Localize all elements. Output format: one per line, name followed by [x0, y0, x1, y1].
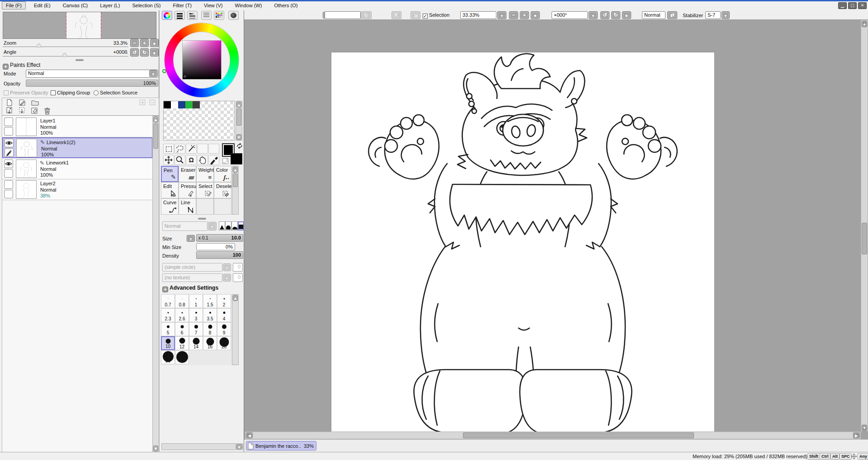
layer-lock-checkbox[interactable] [4, 190, 13, 198]
size-7[interactable]: 7 [189, 322, 203, 336]
layer-opacity-slider[interactable]: 100% [26, 80, 158, 87]
size-0.8[interactable]: 0.8 [175, 294, 189, 308]
swatch-green[interactable] [185, 101, 193, 108]
tip-soft-button[interactable] [219, 221, 225, 230]
size-5[interactable]: 5 [161, 322, 175, 336]
rotate-ccw-button[interactable]: ↺ [600, 11, 609, 19]
empty-tool-slot-2[interactable] [208, 144, 219, 154]
layer-row-layer1[interactable]: Layer1 Normal 100% [2, 117, 153, 137]
density-slider[interactable]: 100 [196, 251, 243, 259]
scrollbar-thumb[interactable] [153, 123, 158, 149]
tip-round-button[interactable] [225, 221, 231, 230]
layer-row-layer2[interactable]: Layer2 Normal 38% [2, 179, 153, 200]
redo-button[interactable]: ↻ [361, 11, 372, 19]
layer-list-scrollbar[interactable]: ▲ ▼ [152, 116, 159, 452]
brush-blend-combobox[interactable]: Normal [162, 221, 208, 231]
swatch-black[interactable] [164, 101, 171, 108]
size-16[interactable]: 16 [203, 336, 217, 350]
navigator-zoom-slider[interactable] [3, 47, 128, 47]
panel-resize-handle[interactable] [75, 59, 84, 61]
layer-mode-dropdown[interactable]: ▼ [149, 70, 157, 77]
size-0.7[interactable]: 0.7 [161, 294, 175, 308]
lasso-tool[interactable] [175, 144, 185, 154]
flip-horizontal-button[interactable]: ⇄ [667, 11, 677, 19]
size-6[interactable]: 6 [175, 322, 189, 336]
size-2[interactable]: 2 [217, 294, 231, 308]
new-layer-button[interactable] [6, 99, 13, 106]
menu-view[interactable]: View (V) [200, 1, 226, 9]
size-2.3[interactable]: 2.3 [161, 308, 175, 322]
brush-shape-combobox[interactable]: (simple circle) [162, 263, 222, 272]
zoom-out-button[interactable]: − [509, 11, 518, 19]
tip-flat-button[interactable] [231, 221, 238, 230]
size-20[interactable]: 20 [217, 336, 231, 350]
layer-paint-target-checkbox[interactable] [5, 148, 14, 157]
scrollbar-thumb[interactable] [236, 108, 241, 126]
scrollbar-thumb[interactable] [862, 223, 867, 254]
size-1[interactable]: 1 [189, 294, 203, 308]
close-button[interactable]: ✕ [858, 2, 867, 9]
tab-pen[interactable]: Pen✎ [161, 166, 179, 182]
scroll-left-button[interactable]: ◀ [246, 432, 253, 438]
menu-others[interactable]: Others (O) [270, 1, 302, 9]
angle-dropdown[interactable]: ▼ [589, 11, 598, 19]
document-tab-active[interactable]: Benjamin the racco… 33% [246, 441, 316, 451]
magic-wand-tool[interactable] [186, 144, 197, 154]
selection-checkbox[interactable]: ✓ Selection [423, 12, 449, 19]
scrollbar-thumb[interactable] [463, 432, 694, 438]
rotate-cw-button[interactable]: ↻ [611, 11, 620, 19]
stabilizer-dropdown[interactable]: ▼ [722, 11, 730, 19]
navigator-preview[interactable] [3, 12, 156, 39]
canvas-zoom-dropdown[interactable]: ▼ [497, 11, 506, 19]
scroll-up-button[interactable]: ▲ [236, 102, 241, 108]
angle-reset-button[interactable]: ■ [622, 11, 631, 19]
swatch-darkgray[interactable] [193, 101, 200, 108]
hand-tool[interactable] [197, 155, 208, 165]
layer-extra-button-2[interactable] [149, 99, 156, 106]
brush-shape-dropdown[interactable]: ▼ [223, 263, 231, 271]
size-30[interactable]: 30 [175, 350, 189, 364]
hue-ring-marker[interactable] [162, 69, 166, 73]
scratchpad-mode-button[interactable] [228, 11, 239, 20]
rect-select-tool[interactable] [163, 144, 174, 154]
tab-line[interactable]: Line [179, 198, 196, 215]
scroll-up-button[interactable]: ▲ [233, 167, 238, 173]
tab-curve[interactable]: Curve [161, 198, 179, 215]
navigator-rotate-cw-button[interactable]: ↻ [140, 48, 149, 56]
selection-source-radio[interactable]: Selection Source [94, 90, 137, 95]
size-4[interactable]: 4 [217, 308, 231, 322]
new-folder-button[interactable] [31, 99, 39, 106]
size-2.6[interactable]: 2.6 [175, 308, 189, 322]
navigator-angle-slider-handle[interactable] [62, 53, 67, 56]
secondary-color-swatch[interactable] [231, 153, 242, 164]
zoom-combobox[interactable]: 33.33% [325, 11, 361, 19]
layer-mode-combobox[interactable]: Normal [26, 70, 158, 78]
zoom-in-button[interactable]: + [520, 11, 529, 19]
tab-weight[interactable]: Weight≡ [196, 166, 214, 182]
clear-layer-button[interactable] [31, 107, 38, 114]
empty-tool-slot-1[interactable] [197, 144, 208, 154]
scroll-down-button[interactable]: ▼ [236, 444, 242, 449]
navigator-zoom-in-button[interactable]: + [140, 39, 149, 47]
transparent-color-swatch[interactable] [222, 158, 228, 164]
scrollbar-thumb[interactable] [233, 174, 238, 187]
new-linework-layer-button[interactable] [19, 99, 26, 106]
advanced-settings-header[interactable]: + Advanced Settings [162, 285, 218, 292]
size-25[interactable]: 25 [161, 350, 175, 364]
tip-square-button[interactable] [238, 221, 244, 230]
move-tool[interactable] [163, 155, 174, 165]
scroll-up-button[interactable]: ▲ [233, 295, 238, 301]
menu-layer[interactable]: Layer (L) [96, 1, 124, 9]
menu-edit[interactable]: Edit (E) [30, 1, 55, 9]
preserve-opacity-checkbox[interactable]: Preserve Opacity [4, 90, 48, 95]
layer-visibility-checkbox[interactable] [4, 180, 13, 189]
swatch-white[interactable] [171, 101, 178, 108]
stabilizer-combobox[interactable]: S-7 [705, 11, 721, 19]
canvas-angle-combobox[interactable]: +000° [552, 11, 588, 19]
scroll-right-button[interactable]: ▶ [853, 432, 860, 438]
blend-normal-combobox[interactable]: Normal [642, 11, 665, 19]
navigator-zoom-out-button[interactable]: − [130, 39, 139, 47]
clipping-group-checkbox[interactable]: Clipping Group [51, 90, 90, 95]
layer-visibility-checkbox[interactable] [5, 139, 14, 147]
canvas-zoom-combobox[interactable]: 33.33% [460, 11, 496, 19]
